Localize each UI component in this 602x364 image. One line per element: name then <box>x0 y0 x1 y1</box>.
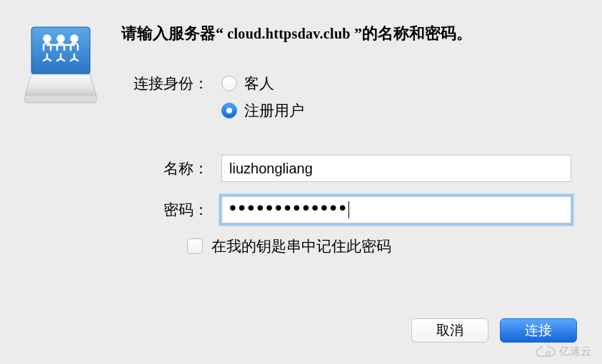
connect-button[interactable]: 连接 <box>500 318 577 343</box>
cloud-icon <box>535 345 556 358</box>
network-share-icon <box>21 24 100 106</box>
connect-as-label: 连接身份： <box>121 74 221 93</box>
password-label: 密码： <box>121 200 221 220</box>
name-label: 名称： <box>121 158 221 178</box>
radio-registered-label: 注册用户 <box>244 101 304 121</box>
radio-guest-label: 客人 <box>244 74 274 93</box>
dialog-title: 请输入服务器“ cloud.httpsdav.club ”的名称和密码。 <box>121 21 573 45</box>
svg-point-1 <box>44 36 51 42</box>
radio-registered[interactable]: 注册用户 <box>221 101 573 121</box>
radio-icon-selected <box>221 103 237 118</box>
svg-point-5 <box>546 351 550 355</box>
remember-label: 在我的钥匙串中记住此密码 <box>211 236 391 256</box>
remember-checkbox[interactable] <box>187 238 203 254</box>
name-input[interactable] <box>221 155 571 182</box>
cancel-button[interactable]: 取消 <box>411 318 488 343</box>
radio-guest[interactable]: 客人 <box>221 74 573 93</box>
svg-rect-4 <box>25 95 96 103</box>
watermark: 亿速云 <box>535 345 591 358</box>
password-input[interactable]: ••••••••••••• <box>221 196 571 223</box>
svg-point-2 <box>58 36 64 42</box>
svg-point-3 <box>71 36 78 42</box>
svg-rect-0 <box>31 27 90 74</box>
text-caret <box>348 201 349 218</box>
radio-icon <box>221 76 237 91</box>
